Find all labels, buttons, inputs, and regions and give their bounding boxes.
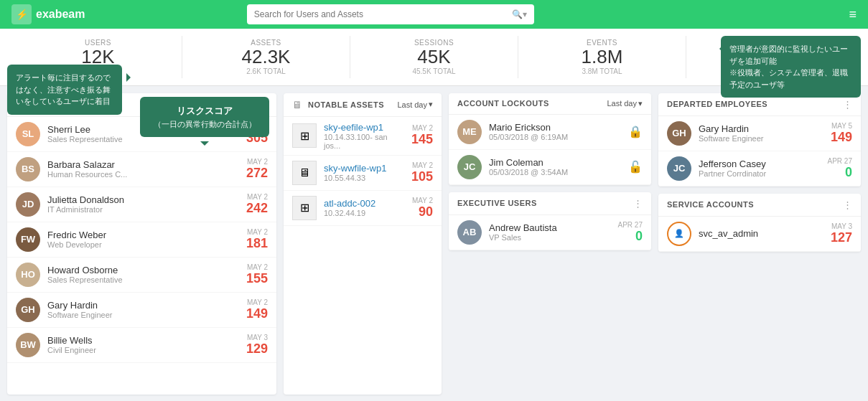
avatar: HO: [16, 263, 40, 287]
tooltip-right-text: 管理者が意図的に監視したいユーザを追加可能※役職者、システム管理者、退職予定のユ…: [729, 44, 848, 89]
score-date: MAY 2: [246, 193, 268, 201]
user-role: Web Developer: [47, 240, 239, 249]
lockout-row[interactable]: ME Mario Erickson 05/03/2018 @ 6:19AM 🔒: [449, 115, 651, 150]
user-role: Software Engineer: [47, 311, 239, 319]
departed-employees-title: Departed Employees: [667, 100, 837, 108]
account-lockouts-filter[interactable]: Last day ▾: [607, 99, 643, 108]
menu-icon[interactable]: ≡: [849, 7, 857, 22]
score-value: 0: [618, 229, 643, 244]
user-row[interactable]: AB Andrew Bautista VP Sales APR 27 0: [449, 215, 651, 250]
asset-ip: 10.32.44.19: [324, 209, 405, 217]
score-date: APR 27: [618, 221, 643, 229]
user-info: Howard Osborne Sales Representative: [47, 265, 239, 284]
executive-users-menu[interactable]: ⋮: [633, 198, 643, 209]
lockout-info: Jim Coleman 05/03/2018 @ 3:54AM: [489, 157, 621, 176]
user-name: Jefferson Casey: [699, 159, 821, 169]
notable-assets-title: NOTABLE ASSETS: [308, 100, 391, 109]
user-row[interactable]: GH Gary Hardin Software Engineer MAY 2 1…: [7, 293, 276, 328]
logo: ⚡ exabeam: [11, 4, 85, 24]
notable-assets-filter-label: Last day: [397, 100, 427, 109]
user-info: Jefferson Casey Partner Corrdinator: [699, 159, 821, 178]
executive-users-title: Executive Users: [457, 199, 627, 207]
user-row[interactable]: BW Billie Wells Civil Engineer MAY 3 129: [7, 328, 276, 363]
user-role: Partner Corrdinator: [699, 169, 821, 178]
score-date: MAY 2: [246, 263, 268, 271]
user-role: Sales Representative: [47, 275, 239, 284]
score-value: 181: [246, 236, 268, 251]
executive-users-header: Executive Users ⋮: [449, 192, 651, 215]
tooltip-center-title: リスクスコア: [149, 104, 261, 118]
search-input[interactable]: [254, 9, 512, 19]
dept-row[interactable]: GH Gary Hardin Software Engineer MAY 5 1…: [658, 116, 861, 151]
notable-assets-card: 🖥 NOTABLE ASSETS Last day ▾ ⊞ sky-eefile…: [284, 93, 442, 395]
score-value: 149: [246, 306, 268, 321]
avatar: BW: [16, 333, 40, 357]
tooltip-left-text: アラート毎に注目するのではなく、注意すべき振る舞いをしているユーザに着目: [16, 73, 111, 105]
asset-score: MAY 2 90: [412, 197, 433, 220]
notable-users-card: 👥 NOTABLE USERS Last day ▾ SL Sherri Lee…: [7, 93, 276, 395]
asset-row[interactable]: ⊞ atl-addc-002 10.32.44.19 MAY 2 90: [284, 191, 442, 226]
avatar: GH: [16, 298, 40, 322]
avatar: SL: [16, 122, 40, 146]
asset-info: atl-addc-002 10.32.44.19: [324, 198, 405, 217]
user-role: Software Engineer: [699, 134, 823, 143]
user-info: svc_av_admin: [699, 228, 823, 239]
lockout-name: Mario Erickson: [489, 122, 621, 133]
lockouts-filter-label: Last day: [607, 99, 637, 108]
user-name: Julietta Donaldson: [47, 194, 239, 205]
user-score: APR 27 0: [618, 221, 643, 244]
asset-name: sky-eefile-wp1: [324, 122, 404, 133]
asset-row[interactable]: 🖥 sky-wwfile-wp1 10.55.44.33 MAY 2 105: [284, 156, 442, 191]
user-info: Andrew Bautista VP Sales: [489, 222, 611, 242]
score-date: MAY 3: [246, 334, 268, 341]
asset-name: atl-addc-002: [324, 198, 405, 209]
score-value: 272: [246, 166, 268, 181]
lockout-time: 05/03/2018 @ 3:54AM: [489, 168, 621, 176]
monitor-icon: 🖥: [292, 99, 302, 110]
dept-row[interactable]: JC Jefferson Casey Partner Corrdinator A…: [658, 151, 861, 187]
avatar: BS: [16, 157, 40, 181]
user-row[interactable]: JD Julietta Donaldson IT Administrator M…: [7, 187, 276, 222]
stat-assets: ASSETS 42.3K 2.6K TOTAL: [182, 36, 350, 78]
score-date: MAY 3: [831, 222, 852, 230]
score-value: 242: [246, 201, 268, 216]
search-bar[interactable]: 🔍▾: [247, 4, 534, 24]
user-name: Billie Wells: [47, 335, 239, 346]
user-name: Fredric Weber: [47, 230, 239, 240]
stat-events-sub: 3.8M TOTAL: [526, 67, 678, 75]
account-lockouts-header: ACCOUNT LOCKOUTS Last day ▾: [449, 93, 651, 115]
score-value: 145: [411, 132, 433, 147]
asset-score: MAY 2 145: [411, 124, 433, 147]
user-score: MAY 2 272: [246, 158, 268, 181]
user-role: VP Sales: [489, 233, 611, 242]
avatar: ME: [457, 120, 482, 144]
unlock-icon: 🔓: [628, 160, 643, 174]
user-row[interactable]: BS Barbara Salazar Human Resources C... …: [7, 152, 276, 187]
asset-ip: 10.14.33.100- san jos...: [324, 133, 404, 150]
departed-employees-menu[interactable]: ⋮: [843, 99, 852, 110]
score-value: 90: [412, 204, 433, 220]
avatar: GH: [667, 121, 691, 146]
service-accounts-card: Service Accounts ⋮ 👤 svc_av_admin MAY 3 …: [658, 194, 861, 252]
user-row[interactable]: FW Fredric Weber Web Developer MAY 2 181: [7, 222, 276, 258]
score-value: 0: [828, 165, 852, 180]
user-name: svc_av_admin: [699, 228, 823, 239]
score-date: MAY 2: [246, 298, 268, 306]
score-date: MAY 2: [412, 197, 433, 204]
service-accounts-menu[interactable]: ⋮: [843, 199, 852, 210]
user-info: Gary Hardin Software Engineer: [47, 300, 239, 319]
lockout-info: Mario Erickson 05/03/2018 @ 6:19AM: [489, 122, 621, 141]
score-date: MAY 2: [411, 161, 433, 169]
lockout-row[interactable]: JC Jim Coleman 05/03/2018 @ 3:54AM 🔓: [449, 150, 651, 185]
avatar: JD: [16, 192, 40, 217]
user-row[interactable]: HO Howard Osborne Sales Representative M…: [7, 258, 276, 293]
asset-row[interactable]: ⊞ sky-eefile-wp1 10.14.33.100- san jos..…: [284, 117, 442, 156]
svc-row[interactable]: 👤 svc_av_admin MAY 3 127: [658, 217, 861, 252]
user-score: MAY 2 149: [246, 298, 268, 321]
executive-users-card: Executive Users ⋮ AB Andrew Bautista VP …: [449, 192, 651, 250]
user-name: Gary Hardin: [699, 123, 823, 134]
notable-assets-header: 🖥 NOTABLE ASSETS Last day ▾: [284, 93, 442, 117]
notable-assets-filter[interactable]: Last day ▾: [397, 100, 433, 109]
stat-assets-value: 42.3K: [190, 47, 342, 67]
monitor-small-icon: 🖥: [292, 161, 317, 185]
